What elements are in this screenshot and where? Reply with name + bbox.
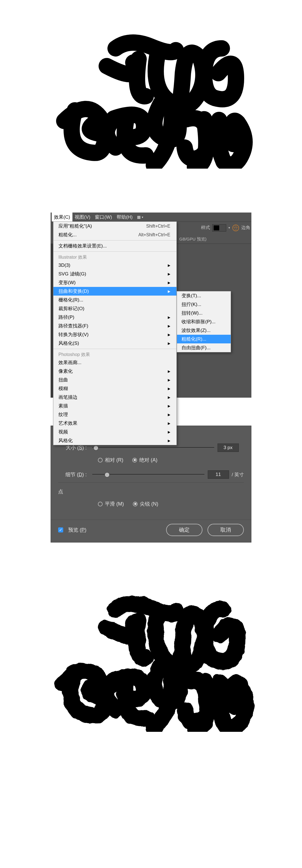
radio-smooth[interactable]: 平滑 (M) (98, 501, 124, 507)
submenu-item-0[interactable]: 变换(T)... (177, 291, 231, 300)
menubar[interactable]: 效果(C) 视图(V) 窗口(W) 帮助(H) ▦▾ (51, 213, 251, 221)
submenu-item-3[interactable]: 收缩和膨胀(P)... (177, 317, 231, 326)
ps-item-5[interactable]: 素描▶ (53, 402, 176, 410)
submenu-item-2[interactable]: 扭转(W)... (177, 309, 231, 317)
size-mode-radios: 相对 (R) 绝对 (A) (58, 455, 244, 465)
size-slider[interactable] (92, 447, 214, 448)
menu-help[interactable]: 帮助(H) (114, 213, 135, 221)
submenu-item-5[interactable]: 粗糙化(R)... (177, 335, 231, 343)
preview-label: 预览 (P) (68, 527, 86, 533)
globe-icon[interactable] (232, 224, 239, 231)
ps-item-2[interactable]: 扭曲▶ (53, 376, 176, 384)
edge-label: 边角 (241, 225, 250, 231)
artwork-roughened (0, 559, 302, 761)
menu-apply-last[interactable]: 应用"粗糙化"(A) Shift+Ctrl+E (53, 222, 176, 230)
points-radios: 平滑 (M) 尖锐 (N) (58, 499, 244, 509)
ill-item-1[interactable]: SVG 滤镜(G)▶ (53, 270, 176, 278)
ill-item-3[interactable]: 扭曲和变换(D)▶ (53, 287, 176, 296)
dialog-buttons: ✓ 预览 (P) 确定 取消 (51, 520, 251, 542)
size-value[interactable]: 3 px (217, 443, 239, 452)
submenu-item-1[interactable]: 扭拧(K)... (177, 300, 231, 309)
detail-slider-thumb[interactable] (104, 472, 110, 477)
detail-slider[interactable] (92, 474, 204, 475)
points-heading: 点 (58, 488, 244, 495)
detail-value[interactable]: 11 (208, 470, 229, 479)
calligraphy-rough (43, 588, 259, 732)
artwork-smooth (0, 0, 302, 196)
ill-item-7[interactable]: 路径查找器(F)▶ (53, 321, 176, 330)
illustrator-menu-screenshot: 效果(C) 视图(V) 窗口(W) 帮助(H) ▦▾ 样式 ▾ 边角 GB/GP… (51, 213, 251, 398)
detail-unit: / 英寸 (232, 471, 244, 478)
menu-view[interactable]: 视图(V) (72, 213, 93, 221)
ill-item-4[interactable]: 栅格化(R)... (53, 296, 176, 304)
detail-row: 细节 (D) : 11 / 英寸 (58, 469, 244, 480)
radio-relative[interactable]: 相对 (R) (98, 457, 123, 463)
tab-title[interactable]: GB/GPU 预览) (176, 235, 209, 244)
ill-item-2[interactable]: 变形(W)▶ (53, 278, 176, 287)
layout-icon[interactable]: ▦▾ (137, 215, 143, 219)
radio-corner[interactable]: 尖锐 (N) (133, 501, 158, 507)
cancel-button[interactable]: 取消 (208, 524, 244, 536)
calligraphy-smooth (45, 27, 257, 169)
ps-item-3[interactable]: 模糊▶ (53, 384, 176, 393)
ill-item-5[interactable]: 裁剪标记(O) (53, 304, 176, 313)
ps-item-1[interactable]: 像素化▶ (53, 367, 176, 376)
ill-item-8[interactable]: 转换为形状(V)▶ (53, 330, 176, 339)
ps-item-6[interactable]: 纹理▶ (53, 410, 176, 419)
menu-window[interactable]: 窗口(W) (93, 213, 114, 221)
ps-item-8[interactable]: 视频▶ (53, 428, 176, 436)
preview-checkbox[interactable]: ✓ (58, 527, 63, 532)
submenu-item-4[interactable]: 波纹效果(Z)... (177, 326, 231, 335)
menu-effect[interactable]: 效果(C) (52, 213, 72, 221)
radio-absolute[interactable]: 绝对 (A) (132, 457, 157, 463)
section-photoshop: Photoshop 效果 (53, 350, 176, 358)
ok-button[interactable]: 确定 (166, 524, 203, 536)
style-label: 样式 (201, 225, 210, 231)
ill-item-0[interactable]: 3D(3)▶ (53, 261, 176, 270)
ps-item-0[interactable]: 效果画廊... (53, 358, 176, 367)
style-swatch[interactable] (212, 224, 226, 231)
ps-item-7[interactable]: 艺术效果▶ (53, 419, 176, 428)
size-slider-thumb[interactable] (93, 445, 98, 451)
effect-menu-dropdown[interactable]: 应用"粗糙化"(A) Shift+Ctrl+E 粗糙化... Alt+Shift… (53, 221, 177, 445)
submenu-item-6[interactable]: 自由扭曲(F)... (177, 343, 231, 352)
ps-item-9[interactable]: 风格化▶ (53, 436, 176, 445)
ill-item-6[interactable]: 路径(P)▶ (53, 313, 176, 321)
distort-submenu[interactable]: 变换(T)...扭拧(K)...扭转(W)...收缩和膨胀(P)...波纹效果(… (177, 291, 231, 352)
section-illustrator: Illustrator 效果 (53, 253, 176, 261)
ill-item-9[interactable]: 风格化(S)▶ (53, 339, 176, 348)
ps-item-4[interactable]: 画笔描边▶ (53, 393, 176, 402)
menu-doc-raster[interactable]: 文档栅格效果设置(E)... (53, 242, 176, 250)
menu-repeat-last[interactable]: 粗糙化... Alt+Shift+Ctrl+E (53, 230, 176, 239)
